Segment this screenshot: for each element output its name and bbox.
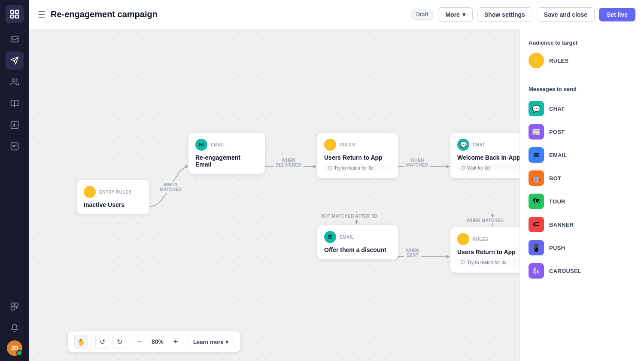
svg-rect-3 [15,15,18,18]
svg-rect-4 [11,36,18,42]
push-msg-icon: 📱 [529,240,544,255]
svg-rect-16 [15,303,18,306]
panel-divider [529,77,635,77]
msg-tour[interactable]: 🗺 TOUR [529,192,635,211]
bot-msg-label: BOT [549,175,561,182]
post-msg-label: POST [549,129,565,135]
rules1-node-header: ⚡ RULES [324,139,391,151]
divider-2 [130,337,130,347]
save-close-button[interactable]: Save and close [537,7,595,22]
entry-node-header: ⚡ ENTRY RULES [84,186,142,198]
sidebar-item-notifications[interactable] [6,319,24,337]
sidebar-item-apps[interactable] [6,297,24,315]
clock-icon-3: ⏱ [461,260,465,265]
rules2-node-header: ⚡ RULES [457,233,519,245]
topbar-actions: More ▾ Show settings Save and close Set … [438,7,635,22]
sidebar-item-reports[interactable] [6,116,24,134]
svg-rect-2 [11,15,14,18]
svg-rect-1 [15,10,18,13]
set-live-button[interactable]: Set live [599,8,635,21]
msg-post[interactable]: 📰 POST [529,122,635,141]
email1-node-title: Re-engagement Email [195,154,258,168]
bot-msg-icon: 🤖 [529,170,544,186]
rules1-node-title: Users Return to App [324,154,391,161]
chat-node-type: CHAT [473,143,485,147]
msg-email[interactable]: ✉ EMAIL [529,146,635,164]
rules1-node-type: RULES [340,143,355,147]
msg-banner[interactable]: 🏷 BANNER [529,215,635,234]
undo-button[interactable]: ↺ [95,335,109,349]
tour-msg-icon: 🗺 [529,194,544,209]
rules1-node-sub: ⏱ Try to match for 3d [324,164,391,172]
app-logo[interactable] [6,5,24,23]
email-msg-label: EMAIL [549,152,567,158]
email1-node-icon: ✉ [195,139,207,151]
email2-node-title: Offer them a discount [324,246,391,253]
entry-rules-node[interactable]: ⚡ ENTRY RULES Inactive Users [76,179,149,215]
audience-rules-icon: ⚡ [529,53,544,68]
email-msg-icon: ✉ [529,147,544,163]
rules1-node[interactable]: ⚡ RULES Users Return to App ⏱ Try to mat… [317,132,398,179]
connector-when-sent: WHENSENT [404,247,421,258]
canvas-container: WHENMATCHED WHENDELIVERED WHENMATCHED NO… [29,29,644,361]
connector-when-matched-1: WHENMATCHED [158,182,183,193]
svg-rect-17 [11,307,15,310]
msg-bot[interactable]: 🤖 BOT [529,169,635,188]
rules2-node-type: RULES [473,237,488,242]
bottombar: ✋ ↺ ↻ − 80% + Learn more ▾ [68,331,240,352]
chevron-down-icon: ▾ [462,11,465,18]
user-avatar[interactable]: JD [7,340,22,356]
banner-msg-label: BANNER [549,221,574,228]
email2-node[interactable]: ✉ EMAIL Offer them a discount [317,224,398,260]
more-button[interactable]: More ▾ [438,7,472,22]
page-title: Re-engagement campaign [51,9,406,19]
zoom-out-button[interactable]: − [134,336,146,348]
menu-icon[interactable]: ☰ [38,9,46,20]
rules2-node-sub: ⏱ Try to match for 3d [457,258,519,267]
carousel-msg-label: CAROUSEL [549,268,581,274]
svg-point-7 [12,79,15,82]
audience-rules-item[interactable]: ⚡ RULES [529,53,635,68]
connector-not-matched: NOT MATCHED AFTER 3D [319,213,379,219]
zoom-in-button[interactable]: + [170,336,182,348]
chat-node-sub: ⏱ Wait for 2d [457,164,519,172]
flow-canvas[interactable]: WHENMATCHED WHENDELIVERED WHENMATCHED NO… [29,29,519,361]
email2-node-header: ✉ EMAIL [324,231,391,243]
sidebar: JD [0,0,29,361]
sidebar-item-chat-widget[interactable] [6,137,24,155]
chat-node-title: Welcome Back In-App [457,154,519,161]
learn-more-button[interactable]: Learn more ▾ [188,336,234,348]
main-area: ☰ Re-engagement campaign Draft More ▾ Sh… [29,0,644,361]
clock-icon-2: ⏱ [461,165,465,170]
sidebar-item-knowledge[interactable] [6,94,24,112]
push-msg-label: PUSH [549,245,565,251]
more-label: More [445,11,459,18]
sidebar-item-contacts[interactable] [6,73,24,91]
msg-push[interactable]: 📱 PUSH [529,238,635,257]
connector-when-matched-2: WHENMATCHED [404,157,430,168]
show-settings-button[interactable]: Show settings [477,7,532,22]
chevron-down-icon-2: ▾ [225,339,228,345]
post-msg-icon: 📰 [529,124,544,140]
entry-node-title: Inactive Users [84,201,142,208]
clock-icon: ⏱ [328,165,332,170]
svg-rect-15 [11,303,15,306]
rules1-node-icon: ⚡ [324,139,336,151]
sidebar-item-campaigns[interactable] [6,52,24,70]
audience-rules-label: RULES [549,58,569,64]
svg-rect-0 [11,10,14,13]
zoom-level-label: 80% [149,338,166,345]
redo-button[interactable]: ↻ [112,335,126,349]
msg-chat[interactable]: 💬 CHAT [529,99,635,118]
messages-title: Messages to send [529,86,635,92]
rules2-node-icon: ⚡ [457,233,469,245]
chat-node-header: 💬 CHAT [457,139,519,151]
email2-node-type: EMAIL [340,235,354,240]
email1-node[interactable]: ✉ EMAIL Re-engagement Email [188,132,265,174]
email1-node-type: EMAIL [211,143,225,147]
sidebar-item-inbox[interactable] [6,30,24,48]
hand-tool-button[interactable]: ✋ [74,335,88,349]
rules2-node[interactable]: ⚡ RULES Users Return to App ⏱ Try to mat… [450,227,519,273]
msg-carousel[interactable]: 🎠 CAROUSEL [529,261,635,280]
chat-node[interactable]: 💬 CHAT Welcome Back In-App ⏱ Wait for 2d [450,132,519,179]
